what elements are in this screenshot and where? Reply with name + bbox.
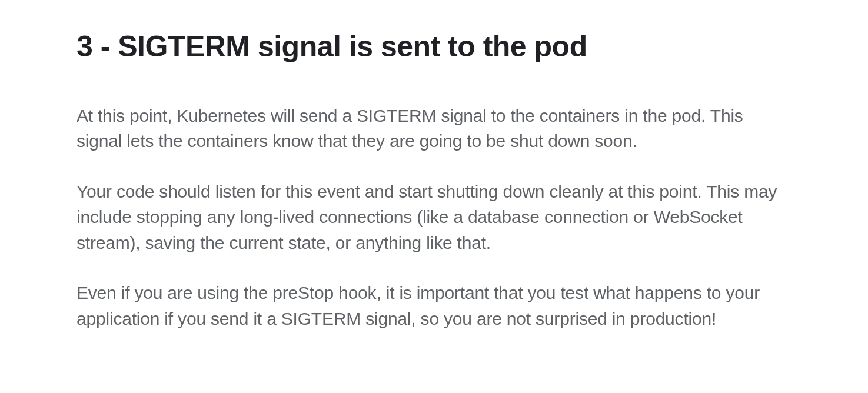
- body-paragraph: Your code should listen for this event a…: [77, 179, 791, 256]
- body-paragraph: At this point, Kubernetes will send a SI…: [77, 103, 791, 154]
- body-paragraph: Even if you are using the preStop hook, …: [77, 280, 791, 331]
- section-heading: 3 - SIGTERM signal is sent to the pod: [77, 28, 791, 65]
